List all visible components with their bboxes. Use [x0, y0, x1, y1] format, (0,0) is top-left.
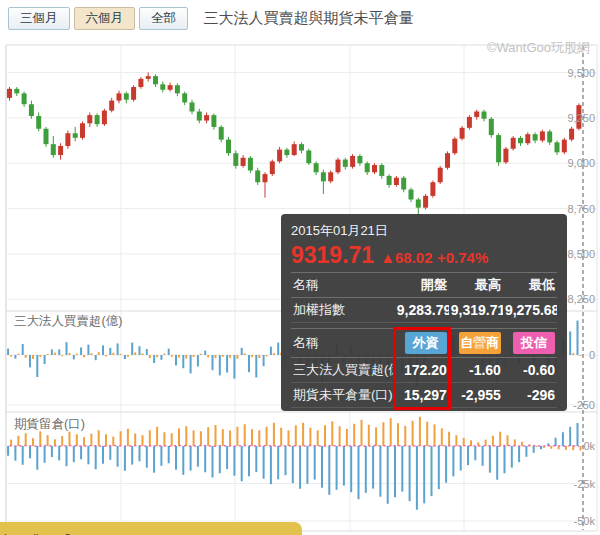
low-value: 9,275.68 — [503, 298, 557, 323]
table-row: 加權指數 9,283.79 9,319.71 9,275.68 — [291, 298, 557, 323]
netbuy-row-name: 三大法人買賣超(億) — [291, 358, 395, 383]
svg-text:9,250: 9,250 — [567, 112, 595, 124]
oi-dealer: -2,955 — [449, 383, 503, 408]
futures-open-interest-bars — [7, 417, 581, 510]
page-title: 三大法人買賣超與期貨未平倉量 — [203, 9, 413, 28]
link-status-bar: buysell.aspx?m=s — [0, 522, 302, 535]
wantgoo-chart-page: { "page": { "title": "三大法人買賣超與期貨未平倉量", "… — [0, 0, 600, 535]
price-change: 68.02 — [395, 249, 433, 266]
svg-text:-25k: -25k — [574, 478, 596, 490]
table-row: 三大法人買賣超(億) 172.20 -1.60 -0.60 — [291, 358, 557, 383]
index-name: 加權指數 — [291, 298, 395, 323]
svg-text:8,500: 8,500 — [567, 248, 595, 260]
watermark: ©WantGoo玩股網 — [487, 39, 590, 57]
oi-row-name: 期貨未平倉量(口) — [291, 383, 395, 408]
dealers-chip: 自營商 — [459, 332, 501, 354]
price-change-pct: +0.74% — [437, 249, 488, 266]
svg-text:8,250: 8,250 — [567, 293, 595, 305]
svg-text:0: 0 — [589, 349, 595, 361]
ohlc-header-high: 最高 — [449, 273, 503, 298]
svg-text:-50k: -50k — [574, 515, 596, 527]
ohlc-header-low: 最低 — [503, 273, 557, 298]
candlestick-series — [7, 73, 581, 216]
ohlc-header-open: 開盤 — [395, 273, 449, 298]
svg-text:0k: 0k — [583, 440, 595, 452]
open-value: 9,283.79 — [395, 298, 449, 323]
close-price: 9319.71 — [291, 242, 374, 268]
svg-text:-250: -250 — [573, 399, 595, 411]
tooltip: 2015年01月21日 9319.71▲68.02 +0.74% 名稱 開盤 最… — [281, 214, 567, 411]
tooltip-price-line: 9319.71▲68.02 +0.74% — [291, 242, 557, 269]
inst-header-name: 名稱 — [291, 329, 395, 358]
middle-panel-label: 三大法人買賣超(億) — [14, 314, 122, 328]
period-tabs: 三個月 六個月 全部 — [8, 7, 188, 30]
svg-text:8,750: 8,750 — [567, 203, 595, 215]
netbuy-trust: -0.60 — [503, 358, 557, 383]
up-arrow-icon: ▲ — [380, 249, 395, 266]
oi-trust: -296 — [503, 383, 557, 408]
tab-all[interactable]: 全部 — [139, 7, 188, 30]
netbuy-foreign: 172.20 — [395, 358, 449, 383]
netbuy-dealer: -1.60 — [449, 358, 503, 383]
tooltip-date: 2015年01月21日 — [291, 222, 557, 240]
table-row: 期貨未平倉量(口) 15,297 -2,955 -296 — [291, 383, 557, 408]
bottom-panel-label: 期貨留倉(口) — [14, 417, 85, 431]
svg-text:9,500: 9,500 — [567, 67, 595, 79]
high-value: 9,319.71 — [449, 298, 503, 323]
ohlc-table: 名稱 開盤 最高 最低 加權指數 9,283.79 9,319.71 9,275… — [291, 272, 557, 323]
institutional-table: 名稱 外資 自營商 投信 三大法人買賣超(億) 172.20 -1.60 -0.… — [291, 328, 557, 408]
ohlc-header-name: 名稱 — [291, 273, 395, 298]
svg-text:9,000: 9,000 — [567, 157, 595, 169]
investment-trust-chip: 投信 — [513, 332, 555, 354]
foreign-investors-chip: 外資 — [405, 332, 447, 354]
oi-foreign: 15,297 — [395, 383, 449, 408]
tab-3-months[interactable]: 三個月 — [8, 7, 70, 30]
tab-6-months[interactable]: 六個月 — [74, 7, 136, 30]
